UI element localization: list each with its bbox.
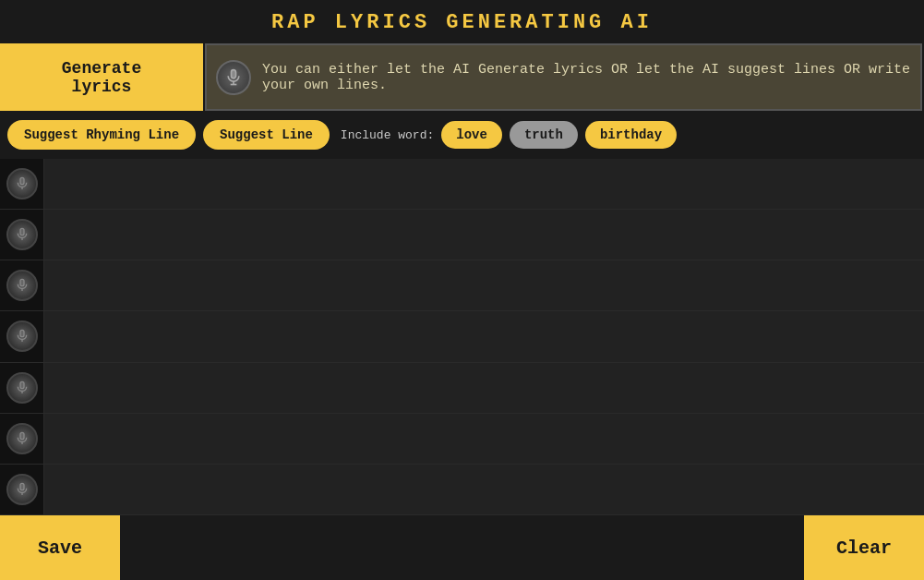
include-word-label: Include word: — [341, 128, 434, 142]
lyric-row — [0, 210, 924, 260]
lyric-row — [0, 363, 924, 414]
lyric-row — [0, 414, 924, 465]
svg-rect-7 — [20, 280, 24, 286]
svg-rect-15 — [20, 483, 24, 489]
svg-rect-9 — [20, 331, 24, 337]
lyric-input-4[interactable] — [44, 311, 924, 361]
word-pill-love[interactable]: love — [441, 121, 502, 149]
lyric-mic-6 — [0, 414, 44, 464]
mic-icon — [216, 60, 251, 95]
lyric-mic-4 — [0, 311, 44, 361]
lyric-row — [0, 260, 924, 311]
lyric-mic-1 — [0, 159, 44, 209]
generate-lyrics-button[interactable]: Generate lyrics — [0, 43, 203, 111]
word-pill-birthday[interactable]: birthday — [585, 121, 677, 149]
lyric-mic-2 — [0, 210, 44, 260]
lyric-input-3[interactable] — [44, 260, 924, 310]
svg-rect-3 — [20, 177, 24, 184]
lyric-row — [0, 159, 924, 210]
lyric-row — [0, 311, 924, 362]
lyric-row — [0, 465, 924, 515]
lyric-input-1[interactable] — [44, 159, 924, 209]
svg-rect-0 — [232, 69, 236, 78]
lyric-input-2[interactable] — [44, 210, 924, 260]
lyric-mic-7 — [0, 465, 44, 514]
clear-button[interactable]: Clear — [804, 515, 924, 580]
lyric-mic-5 — [0, 363, 44, 413]
suggest-rhyming-button[interactable]: Suggest Rhyming Line — [7, 120, 196, 150]
lyric-input-7[interactable] — [44, 465, 924, 514]
svg-rect-5 — [20, 229, 24, 236]
info-text: You can either let the AI Generate lyric… — [262, 62, 911, 93]
word-pill-truth[interactable]: truth — [510, 121, 578, 149]
suggest-line-button[interactable]: Suggest Line — [203, 120, 330, 150]
save-button[interactable]: Save — [0, 515, 120, 580]
bottom-bar: Save Clear — [0, 515, 924, 580]
lyrics-area — [0, 159, 924, 515]
lyric-input-5[interactable] — [44, 363, 924, 413]
lyric-input-6[interactable] — [44, 414, 924, 464]
svg-rect-11 — [20, 381, 24, 388]
page-title: RAP LYRICS GENERATING AI — [0, 0, 924, 43]
svg-rect-13 — [20, 432, 24, 439]
lyric-mic-3 — [0, 260, 44, 310]
